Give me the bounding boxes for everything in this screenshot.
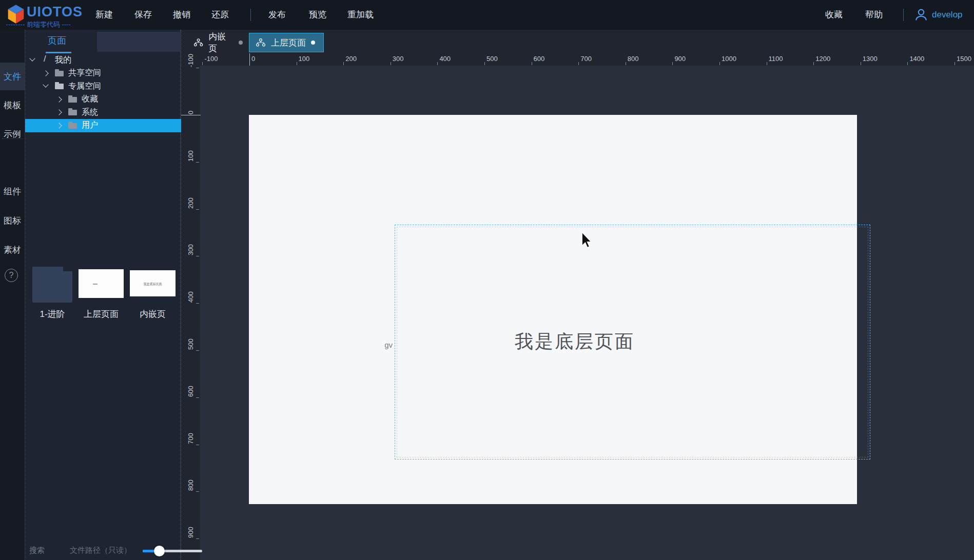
menu-item-3[interactable]: 撤销 xyxy=(173,0,190,30)
ruler-label-h: 1300 xyxy=(863,55,878,63)
ruler-tick-h xyxy=(297,62,297,65)
rail-item-3[interactable]: 示例 xyxy=(0,120,25,148)
ruler-label-h: -100 xyxy=(204,55,218,63)
ruler-label-v: 600 xyxy=(187,376,194,397)
tagline-dash-left xyxy=(6,25,25,25)
ruler-label-h: 800 xyxy=(628,55,639,63)
ruler-label-v: 200 xyxy=(187,188,194,209)
ruler-label-h: 100 xyxy=(299,55,310,63)
ruler-label-h: 400 xyxy=(439,55,451,63)
ruler-tick-v xyxy=(196,397,199,398)
tab-pages[interactable]: 页面 xyxy=(48,30,66,52)
ruler-tick-h xyxy=(719,62,720,65)
help-button[interactable]: 帮助 xyxy=(865,0,883,30)
ruler-label-v: 800 xyxy=(187,470,194,491)
folder-icon xyxy=(55,71,64,76)
menu-item-4[interactable]: 还原 xyxy=(211,0,229,30)
tagline-dash-right xyxy=(62,25,70,25)
ruler-tick-h xyxy=(202,62,203,65)
ruler-tick-h xyxy=(626,62,626,65)
menu-item-2[interactable]: 保存 xyxy=(134,0,152,30)
ruler-tick-v xyxy=(196,303,199,304)
tab-and-ruler-strip: 内嵌页上层页面 -1000100200300400500600700800900… xyxy=(181,30,974,66)
ruler-tick-h xyxy=(861,62,861,65)
rail-item-1[interactable]: 文件 xyxy=(0,63,25,90)
rail-divider xyxy=(2,138,23,139)
menu-item-1[interactable]: 新建 xyxy=(95,0,113,30)
ruler-tick-v xyxy=(196,68,199,68)
ruler-label-h: 700 xyxy=(580,55,592,63)
ruler-tick-h xyxy=(813,62,814,65)
search-button[interactable]: 搜索 xyxy=(29,546,45,555)
chevron-down-icon[interactable] xyxy=(43,82,48,87)
chevron-right-icon[interactable] xyxy=(56,123,62,128)
ruler-tick-h xyxy=(672,62,673,65)
user-avatar-icon[interactable] xyxy=(914,8,928,22)
chevron-right-icon[interactable] xyxy=(43,70,48,76)
username-label[interactable]: develop xyxy=(932,0,963,30)
menu-item-6[interactable]: 预览 xyxy=(309,0,326,30)
zoom-slider[interactable] xyxy=(143,550,202,552)
ruler-label-v: -100 xyxy=(187,47,194,67)
tree-row-用户[interactable]: 用户 xyxy=(25,119,181,132)
ruler-tick-h xyxy=(343,62,344,65)
rail-item-2[interactable]: 模板 xyxy=(0,91,25,119)
left-rail: 文件模板示例组件图标素材 ? xyxy=(0,30,25,560)
ruler-label-v: 700 xyxy=(187,424,194,444)
tree-node-label: 我的 xyxy=(55,55,71,66)
canvas-viewport[interactable]: 我是底层页面 gv xyxy=(181,66,974,560)
ruler-tick-h xyxy=(532,62,532,65)
favorites-button[interactable]: 收藏 xyxy=(825,0,843,30)
ruler-tick-h xyxy=(391,62,391,65)
tree-row-系统[interactable]: 系统 xyxy=(25,106,181,119)
rail-help-icon[interactable]: ? xyxy=(5,269,18,282)
editor-tab-内嵌页[interactable]: 内嵌页 xyxy=(187,33,249,52)
editor-tab-label: 内嵌页 xyxy=(208,31,233,54)
explorer-panel: 页面 /我的共享空间专属空间收藏系统用户 1-进阶上层页面我是底层页面内嵌页 搜… xyxy=(25,30,181,560)
tree-node-label: 共享空间 xyxy=(68,68,101,78)
ruler-zero-line-h xyxy=(249,53,250,66)
rail-item-6[interactable]: 素材 xyxy=(0,236,25,264)
page-hierarchy-icon xyxy=(256,38,266,47)
ruler-label-v: 0 xyxy=(187,94,194,114)
container-id-label: gv xyxy=(372,341,393,349)
editor-tab-上层页面[interactable]: 上层页面 xyxy=(249,33,324,52)
menu-item-7[interactable]: 重加载 xyxy=(347,0,374,30)
thumbnail-preview-text: 我是底层页面 xyxy=(130,282,176,287)
folder-icon xyxy=(68,123,77,129)
ruler-label-h: 1500 xyxy=(957,55,971,63)
ruler-label-h: 0 xyxy=(251,55,255,63)
folder-icon xyxy=(68,110,77,115)
chevron-right-icon[interactable] xyxy=(56,96,62,102)
tree-row-收藏[interactable]: 收藏 xyxy=(25,93,181,106)
ruler-label-h: 500 xyxy=(486,55,498,63)
ruler-label-v: 400 xyxy=(187,282,194,303)
chevron-right-icon[interactable] xyxy=(56,109,62,115)
ruler-label-h: 1100 xyxy=(769,55,783,63)
thumbnail-1-进阶[interactable] xyxy=(32,267,72,303)
rail-item-4[interactable]: 组件 xyxy=(0,177,25,205)
page-text: 我是底层页面 xyxy=(515,329,635,354)
tree-node-label: 专属空间 xyxy=(68,81,101,92)
ruler-tick-h xyxy=(484,62,485,65)
tree-row-专属空间[interactable]: 专属空间 xyxy=(25,79,181,93)
thumbnail-label[interactable]: 内嵌页 xyxy=(130,308,176,320)
ruler-label-h: 1200 xyxy=(815,55,830,63)
ruler-label-h: 200 xyxy=(345,55,357,63)
thumbnail-label[interactable]: 上层页面 xyxy=(79,308,124,320)
thumbnail-label[interactable]: 1-进阶 xyxy=(32,308,72,320)
chevron-down-icon[interactable] xyxy=(29,55,35,61)
zoom-slider-knob[interactable] xyxy=(154,546,165,556)
menu-item-5[interactable]: 发布 xyxy=(268,0,286,30)
tree-row-共享空间[interactable]: 共享空间 xyxy=(25,67,181,80)
ruler-label-h: 900 xyxy=(674,55,686,63)
thumbnail-内嵌页[interactable]: 我是底层页面 xyxy=(130,270,176,296)
rail-item-5[interactable]: 图标 xyxy=(0,207,25,234)
thumbnail-上层页面[interactable] xyxy=(79,269,124,298)
ruler-label-v: 300 xyxy=(187,235,194,255)
tree-row-我的[interactable]: /我的 xyxy=(25,53,181,67)
ruler-zero-line-v xyxy=(181,115,201,115)
ruler-tick-v xyxy=(196,209,199,210)
thumbnail-preview-dash xyxy=(93,284,98,285)
design-page[interactable]: 我是底层页面 gv xyxy=(249,115,857,504)
